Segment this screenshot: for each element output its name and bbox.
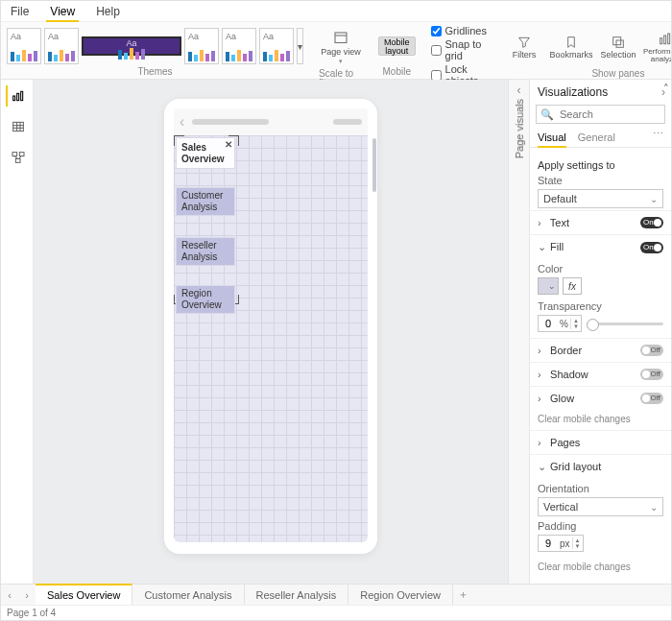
menu-view[interactable]: View xyxy=(48,3,77,20)
page-tab-1[interactable]: Sales Overview xyxy=(36,584,132,605)
svg-rect-8 xyxy=(668,34,670,44)
transparency-input[interactable]: % ▲▼ xyxy=(538,315,582,332)
phone-frame: ‹ ✕ Sales Overview Customer Analysis Res… xyxy=(164,99,377,554)
collapse-ribbon-icon[interactable]: ˄ xyxy=(663,83,669,95)
theme-swatch-6[interactable]: Aa xyxy=(259,28,294,64)
pages-section[interactable]: › Pages xyxy=(530,430,671,454)
svg-rect-18 xyxy=(19,153,24,156)
bookmarks-pane-button[interactable]: Bookmarks xyxy=(549,25,593,69)
page-tab-2[interactable]: Customer Analysis xyxy=(132,585,244,605)
state-dropdown[interactable]: Default⌄ xyxy=(538,189,663,208)
theme-swatch-3[interactable]: Aa xyxy=(82,36,181,56)
report-view-button[interactable] xyxy=(6,85,29,107)
svg-rect-19 xyxy=(15,158,20,162)
theme-swatch-2[interactable]: Aa xyxy=(44,28,79,64)
data-view-button[interactable] xyxy=(6,116,29,137)
text-section[interactable]: › Text On xyxy=(530,210,671,234)
phone-scrollbar[interactable] xyxy=(372,138,376,192)
remove-visual-icon[interactable]: ✕ xyxy=(225,139,232,151)
svg-rect-5 xyxy=(616,40,623,47)
filters-pane-button[interactable]: Filters xyxy=(502,25,546,69)
svg-rect-7 xyxy=(664,36,666,44)
chevron-down-icon: ⌄ xyxy=(650,194,658,204)
shadow-toggle[interactable]: Off xyxy=(640,369,663,380)
search-icon: 🔍 xyxy=(540,108,554,121)
grid-layout-section[interactable]: ⌄ Grid layout xyxy=(530,454,671,479)
svg-rect-17 xyxy=(12,153,17,156)
button-card-3[interactable]: Region Overview xyxy=(176,285,235,314)
fill-color-fx-button[interactable]: fx xyxy=(563,277,582,295)
glow-toggle[interactable]: Off xyxy=(640,393,663,404)
svg-rect-6 xyxy=(660,37,662,43)
clear-mobile-changes-2[interactable]: Clear mobile changes xyxy=(530,558,671,578)
phone-header: ‹ xyxy=(174,108,368,135)
fill-color-picker[interactable]: ⌄ xyxy=(538,277,559,295)
border-section[interactable]: › Border Off xyxy=(530,338,671,362)
button-card-1[interactable]: Customer Analysis xyxy=(176,187,235,216)
state-label: State xyxy=(538,175,663,186)
page-visuals-pane-collapsed[interactable]: ‹ Page visuals xyxy=(508,80,529,584)
theme-gallery-expand[interactable]: ▾ xyxy=(297,28,303,64)
mobile-canvas[interactable]: ‹ ✕ Sales Overview Customer Analysis Res… xyxy=(34,80,508,584)
theme-swatch-4[interactable]: Aa xyxy=(184,28,219,64)
group-label-mobile: Mobile xyxy=(383,67,411,79)
apply-settings-label: Apply settings to xyxy=(538,159,663,171)
tab-scroll-right[interactable]: › xyxy=(18,585,36,605)
transparency-label: Transparency xyxy=(538,300,663,312)
model-view-button[interactable] xyxy=(6,147,29,168)
pane-title: Visualizations xyxy=(538,85,608,99)
svg-rect-0 xyxy=(335,33,347,43)
border-toggle[interactable]: Off xyxy=(640,345,663,356)
tab-visual[interactable]: Visual xyxy=(538,128,566,147)
fill-toggle[interactable]: On xyxy=(640,242,663,253)
clear-mobile-changes-1[interactable]: Clear mobile changes xyxy=(530,410,671,430)
menu-file[interactable]: File xyxy=(9,3,31,20)
snap-to-grid-checkbox[interactable]: Snap to grid xyxy=(431,38,487,61)
page-tab-4[interactable]: Region Overview xyxy=(348,585,453,605)
button-card-2[interactable]: Reseller Analysis xyxy=(176,237,235,266)
svg-rect-9 xyxy=(12,96,14,101)
color-label: Color xyxy=(538,263,663,275)
gridlines-checkbox[interactable]: Gridlines xyxy=(431,25,487,36)
orientation-label: Orientation xyxy=(538,483,663,494)
orientation-dropdown[interactable]: Vertical⌄ xyxy=(538,497,663,516)
svg-rect-4 xyxy=(613,37,621,45)
svg-rect-11 xyxy=(20,91,22,100)
group-label-themes: Themes xyxy=(137,67,172,79)
theme-swatch-1[interactable]: Aa xyxy=(7,28,41,64)
mobile-layout-button[interactable]: Mobile layout xyxy=(378,36,416,56)
back-icon: ‹ xyxy=(180,113,184,131)
theme-swatch-5[interactable]: Aa xyxy=(222,28,256,64)
selection-pane-button[interactable]: Selection xyxy=(596,25,640,69)
fill-section[interactable]: ⌄ Fill On xyxy=(530,234,671,259)
spinner-icon[interactable]: ▲▼ xyxy=(572,537,583,549)
search-input[interactable]: 🔍 xyxy=(536,105,665,124)
text-toggle[interactable]: On xyxy=(640,217,663,228)
add-page-button[interactable]: ＋ xyxy=(453,585,472,605)
visualizations-pane: Visualizations › 🔍 Visual General ⋯ Appl… xyxy=(529,80,671,584)
shadow-section[interactable]: › Shadow Off xyxy=(530,362,671,386)
performance-analyzer-button[interactable]: Performance analyzer xyxy=(643,25,672,69)
more-options-icon[interactable]: ⋯ xyxy=(653,128,663,147)
tab-scroll-left[interactable]: ‹ xyxy=(1,585,18,605)
chevron-down-icon: ⌄ xyxy=(650,502,658,513)
padding-label: Padding xyxy=(538,520,663,532)
spinner-icon[interactable]: ▲▼ xyxy=(570,318,581,329)
page-view-button[interactable]: Page view▾ xyxy=(319,25,363,69)
status-bar: Page 1 of 4 xyxy=(1,605,671,620)
menu-help[interactable]: Help xyxy=(94,3,122,20)
title-card[interactable]: ✕ Sales Overview xyxy=(176,137,235,169)
page-tab-3[interactable]: Reseller Analysis xyxy=(245,585,349,605)
svg-rect-12 xyxy=(12,122,23,131)
transparency-slider[interactable] xyxy=(587,322,663,325)
svg-rect-10 xyxy=(16,93,18,100)
padding-input[interactable]: px ▲▼ xyxy=(538,535,584,552)
tab-general[interactable]: General xyxy=(578,128,615,147)
glow-section[interactable]: › Glow Off xyxy=(530,386,671,410)
